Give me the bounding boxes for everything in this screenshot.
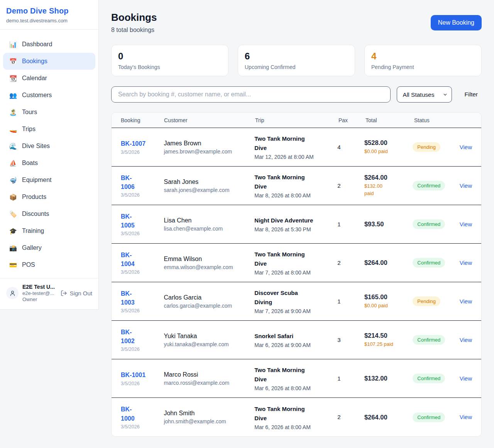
trip-datetime: Mar 7, 2026 at 8:00 AM: [254, 269, 337, 276]
customer-name: Sarah Jones: [164, 179, 254, 185]
customer-name: John Smith: [164, 410, 254, 417]
booking-id-link[interactable]: BK-1005: [121, 212, 164, 230]
sidebar-item-bookings[interactable]: 📅Bookings: [3, 53, 95, 70]
sidebar-item-gallery[interactable]: 📸Gallery: [3, 239, 95, 256]
sidebar-item-label: POS: [22, 261, 35, 268]
view-link[interactable]: View: [460, 182, 472, 189]
filter-bar: All Statuses Filter: [111, 86, 482, 103]
booking-date: 3/5/2026: [121, 231, 164, 236]
trip-name: Two Tank Morning Dive: [254, 250, 315, 268]
status-badge: Confirmed: [413, 335, 445, 345]
sidebar-item-training[interactable]: 🎓Training: [3, 222, 95, 239]
booking-id-link[interactable]: BK-1007: [121, 139, 164, 148]
pax-count: 1: [337, 375, 340, 382]
user-info: E2E Test U... e2e-tester@... Owner: [22, 284, 55, 302]
user-section: E2E Test U... e2e-tester@... Owner Sign …: [0, 278, 98, 309]
filter-button[interactable]: Filter: [465, 91, 478, 98]
booking-date: 3/5/2026: [121, 308, 164, 313]
status-badge: Confirmed: [413, 219, 445, 229]
view-link[interactable]: View: [460, 221, 472, 227]
view-link[interactable]: View: [460, 337, 472, 343]
new-booking-button[interactable]: New Booking: [431, 15, 482, 30]
column-header-booking: Booking: [121, 117, 164, 123]
table-header-row: Booking Customer Trip Pax Total Status: [112, 113, 481, 128]
sidebar-item-pos[interactable]: 💳POS: [3, 256, 95, 273]
total-amount: $132.00: [364, 375, 413, 382]
shop-domain: demo.test.divestreams.com: [6, 18, 92, 24]
page-title: Bookings: [111, 12, 157, 24]
trip-datetime: Mar 12, 2026 at 8:00 AM: [254, 154, 337, 160]
total-amount: $528.00: [364, 139, 413, 147]
trip-datetime: Mar 7, 2026 at 9:00 AM: [254, 308, 337, 314]
booking-date: 3/5/2026: [121, 424, 164, 429]
customer-name: Marco Rossi: [164, 371, 254, 378]
sidebar-item-customers[interactable]: 👥Customers: [3, 87, 95, 104]
stat-label: Today's Bookings: [118, 64, 222, 70]
paid-amount: $0.00 paid: [364, 302, 413, 310]
pax-count: 3: [337, 337, 340, 343]
total-amount: $264.00: [364, 174, 413, 181]
customer-email: james.brown@example.com: [164, 148, 254, 155]
view-link[interactable]: View: [460, 414, 472, 420]
booking-date: 3/5/2026: [121, 150, 164, 155]
sidebar-item-label: Tours: [22, 109, 37, 116]
sidebar: Demo Dive Shop demo.test.divestreams.com…: [0, 0, 99, 310]
sidebar-item-label: Gallery: [22, 244, 42, 251]
user-name: E2E Test U...: [22, 284, 55, 290]
view-link[interactable]: View: [460, 375, 472, 382]
sidebar-item-calendar[interactable]: 📆Calendar: [3, 70, 95, 87]
avatar: [6, 287, 19, 299]
sidebar-item-trips[interactable]: 🚤Trips: [3, 121, 95, 138]
customer-name: Emma Wilson: [164, 256, 254, 263]
sidebar-item-products[interactable]: 📦Products: [3, 189, 95, 205]
bar-chart-icon: 📊: [9, 41, 17, 48]
table-row: BK-10023/5/2026Yuki Tanakayuki.tanaka@ex…: [112, 321, 481, 359]
booking-id-link[interactable]: BK-1002: [121, 328, 164, 345]
sidebar-item-tours[interactable]: 🏝️Tours: [3, 104, 95, 121]
sidebar-item-label: Bookings: [22, 58, 47, 65]
trip-datetime: Mar 6, 2026 at 8:00 AM: [254, 424, 337, 430]
logout-icon: [61, 290, 67, 296]
sign-out-label: Sign Out: [70, 290, 92, 296]
booking-id-link[interactable]: BK-1004: [121, 251, 164, 268]
island-icon: 🏝️: [9, 109, 17, 116]
view-link[interactable]: View: [460, 144, 472, 150]
view-link[interactable]: View: [460, 298, 472, 305]
stat-card-pending-payment: 4 Pending Payment: [364, 45, 482, 76]
view-link[interactable]: View: [460, 259, 472, 266]
sidebar-item-discounts[interactable]: 🏷️Discounts: [3, 205, 95, 222]
booking-date: 3/5/2026: [121, 347, 164, 352]
booking-id-link[interactable]: BK-1000: [121, 405, 164, 423]
paid-amount: $107.25 paid: [364, 341, 413, 348]
sidebar-item-dive-sites[interactable]: 🌊Dive Sites: [3, 138, 95, 155]
sidebar-item-dashboard[interactable]: 📊Dashboard: [3, 36, 95, 53]
booking-id-link[interactable]: BK-1006: [121, 173, 164, 191]
tag-icon: 🏷️: [9, 211, 17, 218]
table-row: BK-10053/5/2026Lisa Chenlisa.chen@exampl…: [112, 205, 481, 244]
column-header-status: Status: [414, 117, 461, 123]
sidebar-item-boats[interactable]: ⛵Boats: [3, 155, 95, 172]
total-amount: $264.00: [364, 259, 413, 266]
table-row: BK-10013/5/2026Marco Rossimarco.rossi@ex…: [112, 359, 481, 398]
sidebar-item-label: Products: [22, 194, 46, 200]
stat-value: 4: [371, 51, 475, 62]
table-row: BK-10043/5/2026Emma Wilsonemma.wilson@ex…: [112, 244, 481, 282]
booking-id-link[interactable]: BK-1003: [121, 289, 164, 307]
pax-count: 1: [337, 298, 340, 305]
sidebar-header: Demo Dive Shop demo.test.divestreams.com: [0, 0, 98, 30]
status-badge: Confirmed: [413, 181, 445, 190]
status-select[interactable]: All Statuses: [397, 86, 452, 103]
search-input[interactable]: [111, 86, 391, 103]
sign-out-button[interactable]: Sign Out: [61, 290, 92, 296]
sidebar-item-label: Customers: [22, 92, 52, 99]
total-amount: $214.50: [364, 332, 413, 339]
column-header-trip: Trip: [255, 117, 338, 123]
sidebar-item-label: Dive Sites: [22, 143, 50, 150]
booking-id-link[interactable]: BK-1001: [121, 371, 164, 379]
sidebar-item-equipment[interactable]: 🤿Equipment: [3, 172, 95, 189]
stat-label: Upcoming Confirmed: [245, 64, 348, 70]
stat-card-todays-bookings: 0 Today's Bookings: [111, 45, 228, 76]
booking-date: 3/5/2026: [121, 192, 164, 198]
main-content: Bookings 8 total bookings New Booking 0 …: [99, 0, 494, 437]
trip-name: Discover Scuba Diving: [254, 288, 315, 307]
